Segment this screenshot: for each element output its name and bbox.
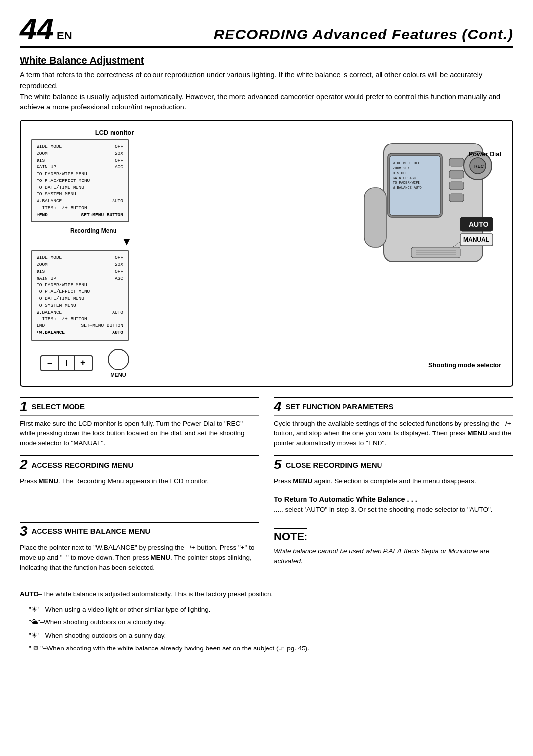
diagram-box: LCD monitor WIDE MODEOFF ZOOM20X DISOFF … [20,120,513,387]
bullet-item-preset: " ✉ "–When shooting with the white balan… [25,643,513,654]
page-header: 44 EN RECORDING Advanced Features (Cont.… [20,14,513,48]
page-title: RECORDING Advanced Features (Cont.) [72,26,513,43]
svg-text:TO FADER/WIPE: TO FADER/WIPE [393,181,420,185]
svg-text:MANUAL: MANUAL [463,236,489,243]
note-title: NOTE: [274,528,307,544]
step-5-body: Press MENU again. Selection is complete … [274,476,513,486]
svg-text:AUTO: AUTO [469,220,489,228]
step-4-title: SET FUNCTION PARAMETERS [286,402,394,411]
svg-rect-26 [364,188,386,247]
menu-screen-bottom: WIDE MODEOFF ZOOM20X DISOFF GAIN UPAGC T… [31,250,129,340]
steps-grid: 1 SELECT MODE First make sure the LCD mo… [20,397,513,580]
step-3-body: Place the pointer next to "W.BALANCE" by… [20,543,259,573]
step-4: 4 SET FUNCTION PARAMETERS Cycle through … [274,397,513,449]
step-1-title: SELECT MODE [32,402,85,411]
note-body: White balance cannot be used when P.AE/E… [274,546,513,567]
step-3-title: ACCESS WHITE BALANCE MENU [32,527,151,535]
return-heading: To Return To Automatic White Balance . .… [274,495,513,503]
bullet-item-sunny: "☀"– When shooting outdoors on a sunny d… [25,630,513,641]
arrow-down: Recording Menu ▼ [31,227,198,248]
step-2-title: ACCESS RECORDING MENU [32,461,134,469]
step-5-title: CLOSE RECORDING MENU [286,461,382,469]
svg-rect-12 [449,194,464,202]
note-section: NOTE: White balance cannot be used when … [274,528,513,580]
step-5-header: 5 CLOSE RECORDING MENU [274,455,513,473]
svg-text:REC: REC [474,164,484,169]
svg-text:W.BALANCE AUTO: W.BALANCE AUTO [393,186,422,190]
step-2-header: 2 ACCESS RECORDING MENU [20,455,259,473]
menu-button-label: MENU [110,372,126,378]
power-dial-label: Power Dial [469,149,501,158]
step-4-number: 4 [274,400,282,414]
svg-text:DIS        OFF: DIS OFF [393,171,407,175]
diagram-controls: – I + MENU [31,349,198,378]
bullet-item-light: "☀"– When using a video light or other s… [25,604,513,615]
svg-rect-10 [449,170,464,178]
step-3-number: 3 [20,524,28,538]
step-3-header: 3 ACCESS WHITE BALANCE MENU [20,522,259,540]
page-number-suffix: EN [57,30,72,42]
step-2-body: Press MENU. The Recording Menu appears i… [20,476,259,486]
step-2: 2 ACCESS RECORDING MENU Press MENU. The … [20,455,259,515]
svg-text:GAIN UP    AGC: GAIN UP AGC [393,176,416,180]
menu-button[interactable] [108,349,129,370]
bullet-item-cloudy: "🌥"–When shooting outdoors on a cloudy d… [25,617,513,628]
step-4-body: Cycle through the available settings of … [274,419,513,449]
diagram-left: LCD monitor WIDE MODEOFF ZOOM20X DISOFF … [31,129,198,378]
plus-button[interactable]: + [75,356,92,370]
step-1-body: First make sure the LCD monitor is open … [20,419,259,449]
bar-separator: I [59,356,75,370]
step-4-header: 4 SET FUNCTION PARAMETERS [274,397,513,416]
intro-text: A term that refers to the correctness of… [20,70,513,113]
section-title: White Balance Adjustment [20,55,513,66]
svg-text:WIDE MODE  OFF: WIDE MODE OFF [393,161,420,165]
minus-button[interactable]: – [41,356,59,370]
return-body: ..... select "AUTO" in step 3. Or set th… [274,505,513,515]
page-number: 44 [20,14,54,44]
svg-rect-9 [449,158,464,166]
bullet-list: "☀"– When using a video light or other s… [25,604,513,654]
svg-rect-11 [449,182,464,190]
lcd-label: LCD monitor [31,129,198,136]
auto-section: AUTO–The white balance is adjusted autom… [20,589,513,654]
svg-text:ZOOM       20X: ZOOM 20X [393,166,410,170]
step-1: 1 SELECT MODE First make sure the LCD mo… [20,397,259,449]
diagram-right: WIDE MODE OFF ZOOM 20X DIS OFF GAIN UP A… [208,129,502,378]
step-5-number: 5 [274,458,282,471]
menu-screen-top: WIDE MODEOFF ZOOM20X DISOFF GAIN UPAGC T… [31,139,129,222]
minus-i-plus-control[interactable]: – I + [40,355,93,371]
step-1-header: 1 SELECT MODE [20,397,259,416]
step-1-number: 1 [20,400,28,414]
step-2-number: 2 [20,458,28,471]
step-3: 3 ACCESS WHITE BALANCE MENU Place the po… [20,522,259,573]
step-5: 5 CLOSE RECORDING MENU Press MENU again.… [274,455,513,515]
shooting-mode-label: Shooting mode selector [428,360,501,369]
